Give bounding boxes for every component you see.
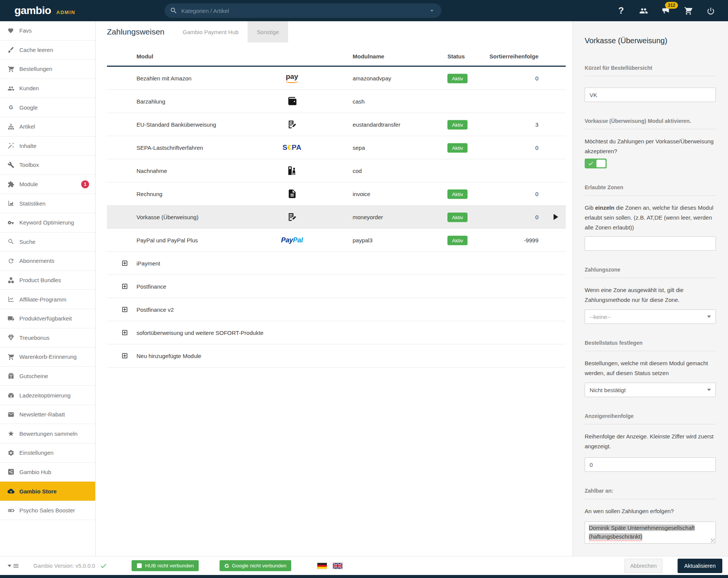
activate-toggle[interactable] <box>585 159 607 168</box>
chevron-down-icon[interactable] <box>428 7 435 14</box>
payment-zone-select[interactable]: --keine-- <box>585 309 716 324</box>
payment-module-row-cod[interactable]: Nachnahmecod <box>107 159 566 182</box>
module-title: Nachnahme <box>136 168 167 174</box>
global-search[interactable] <box>165 3 441 18</box>
activate-question: Möchtest du Zahlungen per Vorkasse/Überw… <box>585 137 716 156</box>
panel-title: Vorkasse (Überweisung) <box>585 36 716 45</box>
module-code: cod <box>353 168 362 174</box>
expand-plus-icon[interactable] <box>121 329 128 336</box>
payment-module-row-amazonadvpay[interactable]: Bezahlen mit AmazonpayamazonadvpayAktiv0 <box>107 67 566 90</box>
sidebar-item-artikel[interactable]: Artikel <box>0 117 95 137</box>
customers-icon[interactable] <box>639 6 648 15</box>
display-order-label: Anzeigereihenfolge <box>585 413 716 424</box>
payment-module-row-paypal3[interactable]: PayPal und PayPal PlusPayPalpaypal3Aktiv… <box>107 229 566 252</box>
sidebar-item-product-bundles[interactable]: Product Bundles <box>0 271 95 290</box>
payment-module-row-cash[interactable]: Barzahlungcash <box>107 90 566 113</box>
module-group-row-ipayment[interactable]: iPayment <box>107 252 566 275</box>
sidebar-item-module[interactable]: Module1 <box>0 175 95 194</box>
sidebar-item-gambio-hub[interactable]: Gambio Hub <box>0 463 95 482</box>
module-logo <box>269 119 315 130</box>
payment-module-row-invoice[interactable]: RechnunginvoiceAktiv0 <box>107 182 566 206</box>
zones-input[interactable] <box>585 236 716 251</box>
sidebar-item-cache-leeren[interactable]: Cache leeren <box>0 41 95 60</box>
sidebar-item-suche[interactable]: Suche <box>0 232 95 252</box>
sitemap-icon <box>8 123 14 130</box>
sidebar-item-bestellungen[interactable]: Bestellungen <box>0 60 95 79</box>
sidebar-item-treuebonus[interactable]: Treuebonus <box>0 328 95 348</box>
sidebar-item-affiliate-programm[interactable]: Affiliate-Programm <box>0 290 95 309</box>
sidebar-item-keyword-optimierung[interactable]: Keyword Optimierung <box>0 213 95 232</box>
sidebar-item-kunden[interactable]: Kunden <box>0 79 95 98</box>
payment-zone-description: Wenn eine Zone ausgewählt ist, gilt die … <box>585 285 716 305</box>
tab-sonstige[interactable]: Sonstige <box>248 21 288 42</box>
shortcut-input[interactable] <box>585 88 716 102</box>
module-group-row-postfinance[interactable]: Postfinance <box>107 275 566 298</box>
payable-textarea[interactable]: Dominik Späte Unternehmensgesellschaft (… <box>585 521 716 543</box>
sidebar-item-einstellungen[interactable]: Einstellungen <box>0 443 95 463</box>
sidebar-item-gambio-store[interactable]: Gambio Store <box>0 482 95 501</box>
sidebar-item-bewertungen-sammeln[interactable]: Bewertungen sammeln <box>0 424 95 443</box>
logout-icon[interactable] <box>706 6 715 15</box>
cart-icon <box>8 66 14 72</box>
sidebar-item-abonnements[interactable]: Abonnements <box>0 251 95 271</box>
payment-module-row-eustandardtransfer[interactable]: EU-Standard Banküberweisungeustandardtra… <box>107 113 566 136</box>
sidebar-item-produktverf-gbarkeit[interactable]: Produktverfügbarkeit <box>0 309 95 328</box>
shop-cart-icon[interactable] <box>684 6 693 15</box>
sidebar-item-label: Affiliate-Programm <box>19 296 66 303</box>
status-badge: Aktiv <box>447 74 468 83</box>
payment-module-row-moneyorder[interactable]: Vorkasse (Überweisung)moneyorderAktiv0 <box>107 206 566 229</box>
module-group-row-sofort-berweisung-und-weitere-sofort-produkte[interactable]: sofortüberweisung und weitere SOFORT-Pro… <box>107 321 566 344</box>
expand-plus-icon[interactable] <box>121 306 128 313</box>
sidebar-item-favs[interactable]: Favs <box>0 21 95 41</box>
gambio-logo[interactable]: gambio ADMIN <box>14 5 75 17</box>
sidebar-item-warenkorb-erinnerung[interactable]: Warenkorb-Erinnerung <box>0 347 95 367</box>
sidebar-item-psycho-sales-booster[interactable]: Psycho Sales Booster <box>0 501 95 520</box>
payment-module-row-sepa[interactable]: SEPA-LastschriftverfahrenS€PAsepaAktiv0 <box>107 136 566 159</box>
sidebar-item-toolbox[interactable]: Toolbox <box>0 155 95 175</box>
module-title: Bezahlen mit Amazon <box>136 75 191 82</box>
expand-plus-icon[interactable] <box>121 283 128 290</box>
module-code: cash <box>353 98 365 105</box>
display-order-input[interactable] <box>585 457 716 472</box>
help-icon[interactable]: ? <box>617 6 626 15</box>
order-status-select[interactable]: Nicht bestätigt <box>585 383 716 397</box>
sidebar-item-newsletter-rabatt[interactable]: Newsletter-Rabatt <box>0 405 95 424</box>
brush-icon <box>8 46 14 53</box>
announcements-icon[interactable]: 312 <box>661 6 670 15</box>
sidebar-item-ladezeitoptimierung[interactable]: Ladezeitoptimierung <box>0 386 95 405</box>
sidebar-item-google[interactable]: GGoogle <box>0 98 95 117</box>
sidebar-item-statistiken[interactable]: Statistiken <box>0 194 95 213</box>
sidebar-item-label: Ladezeitoptimierung <box>19 392 71 399</box>
module-logo: S€PA <box>269 143 315 152</box>
hub-status-button[interactable]: HUB nicht verbunden <box>132 560 199 571</box>
users-icon <box>8 85 14 92</box>
expand-plus-icon[interactable] <box>121 260 128 267</box>
module-code: amazonadvpay <box>353 75 391 82</box>
module-code: paypal3 <box>353 237 373 243</box>
module-group-row-postfinance-v2[interactable]: Postfinance v2 <box>107 298 566 321</box>
update-button[interactable]: Aktualisieren <box>678 559 722 573</box>
amazon-smile-icon <box>286 80 298 83</box>
expand-plus-icon[interactable] <box>121 352 128 359</box>
svg-text:G: G <box>9 104 13 110</box>
payable-value-line1: Dominik Späte Unternehmensgesellschaft <box>589 525 695 531</box>
google-status-button[interactable]: G Google nicht verbunden <box>220 560 291 571</box>
shortcut-label: Kürzel für Bestellübersicht <box>585 65 716 76</box>
sidebar-item-inhalte[interactable]: Inhalte <box>0 137 95 156</box>
cloud-icon <box>8 488 14 495</box>
display-order-description: Reihenfolge der Anzeige. Kleinste Ziffer… <box>585 432 716 451</box>
col-header-status: Status <box>447 53 465 60</box>
search-input[interactable] <box>181 8 428 14</box>
cancel-button[interactable]: Abbrechen <box>624 559 662 573</box>
hub-icon <box>136 563 142 569</box>
resize-handle[interactable] <box>711 539 715 542</box>
tab-gambio-payment-hub[interactable]: Gambio Payment Hub <box>174 21 248 42</box>
uk-flag[interactable] <box>333 562 343 569</box>
sidebar-item-label: Product Bundles <box>19 277 61 283</box>
sidebar-item-gutscheine[interactable]: Gutscheine <box>0 367 95 386</box>
caret-down-icon <box>8 565 11 567</box>
module-group-row-neu-hinzugef-gte-module[interactable]: Neu hinzugefügte Module <box>107 344 566 368</box>
sidebar-item-label: Newsletter-Rabatt <box>19 411 65 418</box>
german-flag[interactable] <box>317 562 327 569</box>
collapse-menu-button[interactable] <box>8 562 19 569</box>
